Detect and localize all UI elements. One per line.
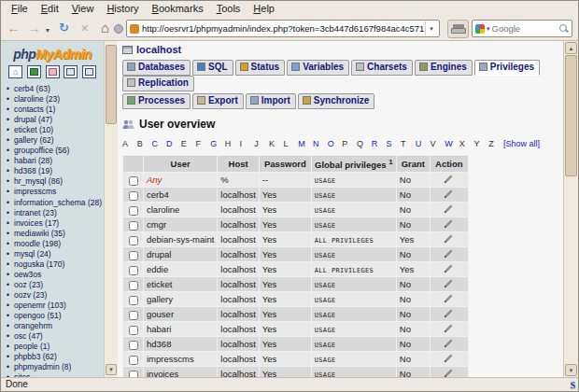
database-link[interactable]: gallery (62) [7,135,104,146]
tab-synchronize[interactable]: Synchronize [298,93,374,109]
query-window-icon[interactable] [27,65,41,78]
tab-privileges[interactable]: Privileges [474,60,540,76]
home-icon[interactable]: ⌂ [96,20,114,37]
user-checkbox[interactable] [129,311,138,320]
edit-privileges-icon[interactable] [444,294,454,305]
sidebar-scrollbar[interactable]: ▼ [104,41,118,377]
user-checkbox[interactable] [129,341,138,350]
tab-status[interactable]: Status [235,60,286,76]
user-checkbox[interactable] [129,251,138,260]
database-link[interactable]: mysql (24) [7,249,104,259]
search-icon[interactable] [558,23,569,34]
edit-privileges-icon[interactable] [444,354,454,365]
menu-edit[interactable]: Edit [35,1,65,16]
print-button[interactable] [447,20,469,38]
letter-N[interactable]: N [313,139,328,148]
tab-processes[interactable]: Processes [122,93,191,109]
database-link[interactable]: osc (47) [7,331,104,342]
menu-tools[interactable]: Tools [210,1,247,16]
edit-privileges-icon[interactable] [444,339,454,350]
database-link[interactable]: contacts (1) [7,105,104,115]
search-box[interactable]: ▾ [472,20,572,37]
pma-documentation-icon[interactable] [64,65,78,78]
sidebar-scrollbar-thumb[interactable] [106,45,117,124]
database-link[interactable]: impresscms [7,187,104,197]
search-input[interactable] [492,23,558,34]
edit-privileges-icon[interactable] [444,189,454,201]
tab-databases[interactable]: Databases [122,60,191,76]
edit-privileges-icon[interactable] [444,324,454,335]
user-checkbox[interactable] [129,206,138,216]
edit-privileges-icon[interactable] [444,369,454,377]
letter-O[interactable]: O [328,139,343,148]
database-link[interactable]: mediawiki (35) [7,229,104,239]
logout-icon[interactable] [46,65,60,78]
user-checkbox[interactable] [129,281,138,290]
user-checkbox[interactable] [129,326,138,335]
extension-icon[interactable] [114,24,123,34]
user-checkbox[interactable] [129,221,138,231]
database-link[interactable]: orangehrm [7,321,104,331]
stop-icon[interactable]: ✕ [76,20,93,37]
user-checkbox[interactable] [129,191,138,201]
database-link[interactable]: oew3os [7,270,104,280]
reload-icon[interactable]: ↻ [55,20,73,37]
search-engine-chevron-icon[interactable]: ▾ [487,25,490,33]
tab-variables[interactable]: Variables [287,60,349,76]
url-bar[interactable]: ▾ [126,20,440,37]
url-input[interactable] [142,23,425,34]
tab-replication[interactable]: Replication [122,76,194,91]
database-link[interactable]: noguska (170) [7,259,104,270]
database-link[interactable]: habari (28) [7,156,104,166]
database-link[interactable]: drupal (47) [7,115,104,125]
edit-privileges-icon[interactable] [444,204,454,216]
database-link[interactable]: ooz (23) [7,280,104,290]
database-link[interactable]: information_schema (28) [7,198,104,208]
letter-C[interactable]: C [151,139,166,148]
window-scrollbar[interactable]: ▲ ▼ [563,41,578,377]
letter-M[interactable]: M [298,139,313,148]
back-icon[interactable]: ← [5,20,22,37]
edit-privileges-icon[interactable] [444,175,454,186]
home-icon[interactable]: ⌂ [8,65,22,78]
edit-privileges-icon[interactable] [444,249,454,260]
back-history-chevron-icon[interactable]: ▾ [46,26,49,35]
letter-W[interactable]: W [445,139,459,148]
edit-privileges-icon[interactable] [444,234,454,245]
database-link[interactable]: hr_mysql (86) [7,176,104,187]
database-link[interactable]: eticket (10) [7,125,104,135]
user-checkbox[interactable] [129,236,138,245]
database-link[interactable]: intranet (23) [7,208,104,218]
database-link[interactable]: groupoffice (56) [7,146,104,156]
scroll-down-icon[interactable]: ▼ [565,364,577,376]
database-link[interactable]: invoices (17) [7,218,104,229]
tab-charsets[interactable]: Charsets [351,60,413,76]
database-link[interactable]: hd368 (19) [7,166,104,176]
database-link[interactable]: claroline (23) [7,94,104,105]
tab-sql[interactable]: SQL [192,60,233,76]
menu-bookmarks[interactable]: Bookmarks [146,1,210,16]
show-all-link[interactable]: [Show all] [503,138,541,149]
mysql-documentation-icon[interactable] [82,65,96,78]
database-link[interactable]: openemr (103) [7,301,104,311]
menu-file[interactable]: File [5,1,35,16]
tab-export[interactable]: Export [192,93,244,109]
letter-R[interactable]: R [372,139,387,148]
letter-U[interactable]: U [416,139,431,148]
user-checkbox[interactable] [129,356,138,365]
edit-privileges-icon[interactable] [444,264,454,275]
user-checkbox[interactable] [129,296,138,305]
letter-G[interactable]: G [210,139,225,148]
scroll-up-icon[interactable]: ▲ [565,42,577,54]
letter-D[interactable]: D [166,139,181,148]
database-link[interactable]: oozv (23) [7,290,104,301]
database-link[interactable]: cerb4 (63) [7,84,104,94]
database-link[interactable]: phpmyadmin (8) [7,362,104,372]
edit-privileges-icon[interactable] [444,309,454,320]
statusbar-extension-icon[interactable]: S [570,379,575,392]
menu-help[interactable]: Help [247,1,281,16]
sidebar-scroll-down-icon[interactable]: ▼ [106,364,117,375]
user-checkbox[interactable] [129,371,138,377]
tab-engines[interactable]: Engines [415,60,473,76]
tab-import[interactable]: Import [246,93,296,109]
